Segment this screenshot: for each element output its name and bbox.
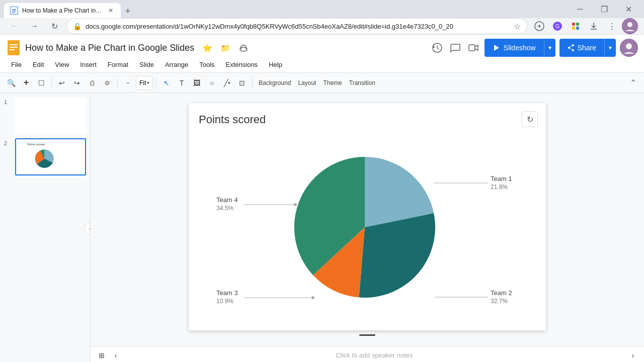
title-bar: How to Make a Pie Chart in Go... ✕ + ─ ❐… [0, 0, 644, 18]
slides-toolbar: 🔍 + ☐ ↩ ↪ ⎙ ⊘ − Fit ▾ ↖ T 🖼 ○ ╱▾ ⊡ Backg… [0, 73, 644, 93]
print-button[interactable]: ⎙ [85, 76, 99, 90]
zoom-minus-button[interactable]: − [121, 76, 135, 90]
toolbar-sep-2 [117, 78, 118, 88]
menu-format[interactable]: Format [103, 59, 133, 70]
menu-tools[interactable]: Tools [194, 59, 219, 70]
bookmark-icon[interactable]: ☆ [514, 22, 521, 31]
slide-thumb-img-2: Points scored [15, 138, 86, 175]
svg-line-22 [569, 45, 573, 48]
panel-expand-button[interactable]: ‹ [84, 223, 91, 235]
window-controls: ─ ❐ ✕ [569, 0, 640, 18]
share-button[interactable]: Share [559, 39, 604, 57]
svg-rect-12 [10, 47, 18, 48]
minimize-button[interactable]: ─ [569, 0, 592, 18]
collapse-toolbar-button[interactable]: ⌃ [626, 76, 640, 90]
address-input-wrap[interactable]: 🔒 docs.google.com/presentation/d/1wOrNKy… [66, 18, 527, 34]
team3-pct: 10.9% [216, 298, 233, 305]
image-tool-button[interactable]: 🖼 [190, 76, 204, 90]
tab-favicon [10, 7, 18, 15]
shapes-tool-button[interactable]: ○ [205, 76, 219, 90]
theme-button[interactable]: Theme [320, 76, 345, 90]
active-tab[interactable]: How to Make a Pie Chart in Go... ✕ [4, 3, 121, 18]
team2-label: Team 2 [491, 289, 512, 297]
layout-button[interactable]: Layout [295, 76, 319, 90]
extensions-button[interactable] [531, 18, 547, 34]
svg-rect-5 [576, 23, 579, 26]
svg-rect-11 [10, 44, 18, 45]
history-button[interactable] [430, 41, 444, 55]
svg-text:G: G [555, 23, 560, 29]
grid-view-button[interactable]: ⊞ [95, 348, 109, 363]
slide-thumbnail-2[interactable]: 2 Points scored [4, 138, 86, 175]
menu-insert[interactable]: Insert [75, 59, 102, 70]
extensions-icon-button[interactable] [568, 18, 584, 34]
refresh-button[interactable]: ↻ [46, 18, 62, 34]
menu-help[interactable]: Help [264, 59, 287, 70]
slide-canvas[interactable]: ↻ Points scored [189, 103, 546, 330]
notes-placeholder[interactable]: Click to add speaker notes [336, 351, 413, 359]
pie-chart-svg: Team 1 21.8% Team 2 32.7% Team [216, 134, 518, 320]
transition-button[interactable]: Transition [346, 76, 378, 90]
header-actions: Slideshow ▾ Share ▾ [430, 39, 638, 57]
menu-file[interactable]: File [6, 59, 27, 70]
slides-main: 1 2 Points scored [0, 93, 644, 362]
add-toolbar-button[interactable]: + [19, 76, 33, 90]
search-toolbar-button[interactable]: 🔍 [4, 76, 18, 90]
main-content-area: ↻ Points scored [91, 93, 644, 362]
menu-view[interactable]: View [50, 59, 74, 70]
team4-pct: 34.5% [216, 205, 233, 212]
tab-close-button[interactable]: ✕ [107, 7, 115, 15]
bottom-toolbar: ⊞ ‹ Click to add speaker notes ‹ [91, 346, 644, 362]
undo-button[interactable]: ↩ [55, 76, 69, 90]
profile-avatar[interactable] [622, 18, 638, 34]
select-tool-button[interactable]: ↖ [159, 76, 174, 90]
close-button[interactable]: ✕ [617, 0, 640, 18]
redo-button[interactable]: ↪ [70, 76, 84, 90]
title-icons: ⭐ 📁 [200, 41, 251, 55]
expand-toolbar-button[interactable]: ☐ [34, 76, 48, 90]
menu-edit[interactable]: Edit [28, 59, 49, 70]
chart-container: Team 1 21.8% Team 2 32.7% Team [199, 134, 536, 320]
bookmark-title-button[interactable]: ⭐ [200, 41, 214, 55]
google-account-button[interactable]: G [549, 18, 566, 34]
cloud-title-button[interactable] [236, 41, 251, 55]
slideshow-button[interactable]: Slideshow [485, 39, 544, 57]
document-title[interactable]: How to Make a Pie Chart in Google Slides [25, 43, 196, 53]
slide-indicator [359, 334, 375, 336]
svg-rect-4 [572, 23, 575, 26]
maximize-button[interactable]: ❐ [593, 0, 616, 18]
comments-button[interactable] [448, 41, 462, 55]
meeting-button[interactable] [466, 41, 480, 55]
back-button[interactable]: ← [6, 18, 22, 34]
user-avatar[interactable] [620, 39, 638, 57]
slideshow-dropdown-button[interactable]: ▾ [544, 39, 555, 57]
toolbar-sep-1 [51, 78, 52, 88]
format-paint-button[interactable]: ⊘ [100, 76, 114, 90]
menu-slide[interactable]: Slide [134, 59, 159, 70]
panel-expand-right-button[interactable]: ‹ [626, 348, 640, 363]
panel-collapse-button[interactable]: ‹ [109, 348, 123, 363]
pie-chart-wrap: Team 1 21.8% Team 2 32.7% Team [216, 134, 518, 320]
text-tool-button[interactable]: T [175, 76, 189, 90]
folder-title-button[interactable]: 📁 [218, 41, 232, 55]
download-icon-button[interactable] [586, 18, 602, 34]
new-tab-button[interactable]: + [121, 4, 135, 18]
layout-tool-button[interactable]: ⊡ [235, 76, 249, 90]
line-tool-button[interactable]: ╱▾ [220, 76, 234, 90]
team2-pct: 32.7% [491, 298, 508, 305]
svg-point-9 [627, 22, 632, 27]
browser-menu-button[interactable]: ⋮ [604, 18, 620, 34]
svg-rect-17 [469, 45, 475, 51]
zoom-selector[interactable]: Fit ▾ [136, 76, 153, 90]
menu-extensions[interactable]: Extensions [221, 59, 263, 70]
slide-thumbnail-1[interactable]: 1 [4, 97, 86, 134]
canvas-area: ↻ Points scored [91, 93, 644, 346]
team4-label: Team 4 [216, 196, 238, 204]
forward-button[interactable]: → [26, 18, 42, 34]
svg-marker-18 [494, 45, 499, 51]
background-button[interactable]: Background [256, 76, 294, 90]
refresh-chart-button[interactable]: ↻ [522, 111, 538, 127]
share-dropdown-button[interactable]: ▾ [604, 39, 616, 57]
menu-arrange[interactable]: Arrange [160, 59, 193, 70]
team1-pct: 21.8% [491, 184, 508, 191]
